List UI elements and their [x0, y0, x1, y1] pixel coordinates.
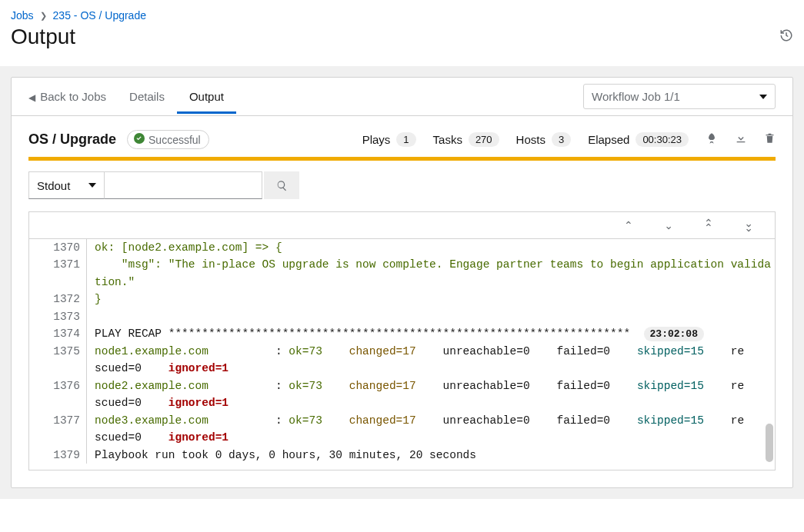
line-number: 1370: [29, 239, 87, 256]
elapsed-value: 00:30:23: [636, 132, 689, 147]
search-input[interactable]: [105, 171, 262, 199]
chevron-down-icon[interactable]: ⌃: [664, 219, 673, 231]
breadcrumb-item[interactable]: 235 - OS / Upgrade: [53, 9, 146, 22]
rocket-icon[interactable]: [706, 132, 718, 147]
card-top-bar: ◀ Back to Jobs Details Output Workflow J…: [12, 78, 792, 116]
line-number: [29, 394, 87, 411]
log-line: ok: [node2.example.com] => {: [87, 239, 775, 256]
log-line: PLAY RECAP *****************************…: [87, 325, 775, 342]
output-body[interactable]: 1370ok: [node2.example.com] => { 1371 "m…: [29, 239, 775, 470]
check-circle-icon: [134, 133, 145, 146]
breadcrumb-root[interactable]: Jobs: [11, 9, 34, 22]
job-title: OS / Upgrade: [28, 131, 116, 148]
chevron-up-icon[interactable]: ⌃: [624, 219, 633, 231]
hosts-count: 3: [552, 132, 571, 147]
status-badge: Successful: [127, 130, 209, 149]
tab-output[interactable]: Output: [177, 79, 236, 114]
line-number: 1379: [29, 447, 87, 464]
hosts-label: Hosts: [516, 133, 545, 146]
back-to-jobs-link[interactable]: ◀ Back to Jobs: [28, 78, 117, 115]
page-title: Output: [11, 25, 75, 49]
plays-label: Plays: [362, 133, 391, 146]
trash-icon[interactable]: [764, 132, 776, 147]
log-line: scued=0 ignored=1: [87, 360, 775, 377]
line-number: [29, 429, 87, 446]
workflow-job-select[interactable]: Workflow Job 1/1: [583, 84, 776, 109]
log-line: scued=0 ignored=1: [87, 429, 775, 446]
tasks-stat: Tasks270: [433, 132, 499, 147]
line-number: 1375: [29, 343, 87, 360]
job-status-bar: OS / Upgrade Successful Plays1 Tasks270 …: [12, 116, 792, 157]
back-link-label: Back to Jobs: [40, 90, 106, 103]
log-line: [87, 308, 775, 325]
line-number: 1371: [29, 256, 87, 291]
line-number: 1376: [29, 377, 87, 394]
hosts-stat: Hosts3: [516, 132, 572, 147]
plays-stat: Plays1: [362, 132, 416, 147]
download-icon[interactable]: [735, 132, 747, 147]
caret-down-icon: [759, 93, 767, 101]
log-line: "msg": "The in-place OS upgrade is now c…: [87, 256, 775, 291]
filter-label: Stdout: [37, 179, 70, 192]
elapsed-label: Elapsed: [588, 133, 629, 146]
tasks-count: 270: [469, 132, 499, 147]
log-line: node2.example.com : ok=73 changed=17 unr…: [87, 377, 775, 394]
log-line: node3.example.com : ok=73 changed=17 unr…: [87, 412, 775, 429]
line-number: 1373: [29, 308, 87, 325]
log-line: Playbook run took 0 days, 0 hours, 30 mi…: [87, 447, 775, 464]
caret-down-icon: [88, 181, 96, 189]
line-number: [29, 360, 87, 377]
search-icon: [276, 180, 288, 191]
caret-left-icon: ◀: [28, 92, 35, 103]
history-icon[interactable]: [779, 28, 793, 46]
output-panel: ⌃ ⌃ ⌃⌃ ⌃⌃ 1370ok: [node2.example.com] =>…: [28, 211, 776, 470]
timestamp-badge: 23:02:08: [644, 327, 704, 341]
elapsed-stat: Elapsed00:30:23: [588, 132, 689, 147]
line-number: 1374: [29, 325, 87, 342]
line-number: 1377: [29, 412, 87, 429]
workflow-select-label: Workflow Job 1/1: [592, 90, 680, 103]
toolbar: Stdout: [12, 161, 792, 210]
page-header: Jobs ❯ 235 - OS / Upgrade Output: [0, 0, 804, 66]
log-line: scued=0 ignored=1: [87, 394, 775, 411]
search-button[interactable]: [264, 171, 299, 199]
content-area: ◀ Back to Jobs Details Output Workflow J…: [0, 66, 804, 499]
chevron-right-icon: ❯: [40, 11, 47, 21]
tasks-label: Tasks: [433, 133, 462, 146]
output-nav-bar: ⌃ ⌃ ⌃⌃ ⌃⌃: [29, 212, 775, 239]
log-line: }: [87, 291, 775, 308]
filter-dropdown[interactable]: Stdout: [28, 171, 105, 199]
line-number: 1372: [29, 291, 87, 308]
scrollbar-thumb[interactable]: [766, 424, 773, 462]
plays-count: 1: [396, 132, 415, 147]
log-line: node1.example.com : ok=73 changed=17 unr…: [87, 343, 775, 360]
breadcrumb: Jobs ❯ 235 - OS / Upgrade: [11, 9, 793, 22]
double-chevron-down-icon[interactable]: ⌃⌃: [744, 221, 753, 230]
tab-details[interactable]: Details: [117, 79, 177, 114]
job-card: ◀ Back to Jobs Details Output Workflow J…: [11, 77, 793, 488]
double-chevron-up-icon[interactable]: ⌃⌃: [704, 221, 713, 230]
status-label: Successful: [148, 134, 201, 146]
